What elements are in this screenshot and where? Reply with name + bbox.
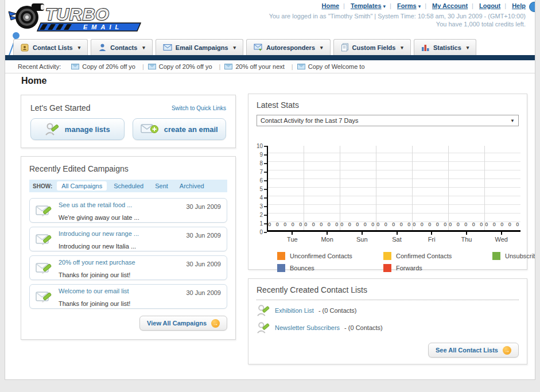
chevron-down-icon: ▾ — [418, 3, 421, 9]
campaigns-title: Recently Edited Campaigns — [29, 164, 129, 173]
autoresponders-icon — [254, 44, 263, 52]
campaign-filter-bar: SHOW: All Campaigns Scheduled Sent Archi… — [29, 180, 227, 192]
contact-list-item[interactable]: Exhibition List - (0 Contacts) — [257, 304, 519, 317]
zero-value-labels: 0 0 0 0 0 — [340, 222, 376, 227]
envelope-icon — [224, 64, 232, 69]
contact-lists-title: Recently Created Contact Lists — [257, 285, 367, 294]
x-axis-tick-label: Fri — [414, 232, 449, 243]
contact-activity-chart: 109876543210 0 0 0 0 00 0 0 0 00 0 0 0 0… — [257, 146, 519, 232]
view-all-campaigns-button[interactable]: View All Campaigns → — [139, 316, 227, 331]
legend-item-forwards: Forwards — [383, 264, 492, 272]
tab-label: Email Campaigns — [176, 44, 228, 51]
latest-stats-panel: Latest Stats Contact Activity for the La… — [248, 94, 527, 270]
campaign-title-link[interactable]: Introducing our new range ... — [59, 230, 139, 237]
top-nav-my-account[interactable]: My Account — [432, 2, 468, 9]
filter-all-campaigns[interactable]: All Campaigns — [57, 181, 107, 191]
tab-label: Contact Lists — [33, 44, 73, 51]
top-nav-logout[interactable]: Logout — [479, 2, 500, 9]
tab-contact-lists[interactable]: Contact Lists ▾ — [13, 39, 88, 55]
zero-value-labels: 0 0 0 0 0 — [376, 222, 412, 227]
chart-day-column: 0 0 0 0 0 — [412, 146, 448, 230]
contact-list-link[interactable]: Exhibition List — [275, 307, 314, 314]
x-axis-tick-label: Thu — [449, 232, 484, 243]
arrow-right-icon: → — [503, 346, 511, 355]
legend-label: Unconfirmed Contacts — [290, 253, 352, 259]
tab-label: Statistics — [433, 44, 461, 51]
switch-to-quick-links[interactable]: Switch to Quick Links — [172, 105, 226, 111]
campaign-row[interactable]: Welcome to our email listThanks for join… — [29, 284, 227, 309]
chevron-down-icon: ▾ — [320, 45, 323, 51]
tab-statistics[interactable]: Statistics ▾ — [414, 39, 476, 55]
top-nav-help[interactable]: Help — [512, 2, 526, 9]
top-nav-home[interactable]: Home — [322, 2, 340, 9]
tab-email-campaigns[interactable]: Email Campaigns ▾ — [156, 39, 243, 55]
campaign-title-link[interactable]: Welcome to our email list — [59, 288, 129, 294]
legend-swatch — [492, 252, 500, 260]
legend-label: Forwards — [396, 265, 422, 271]
x-axis-tick-label: Wed — [484, 232, 519, 243]
tab-custom-fields[interactable]: Custom Fields ▾ — [333, 39, 411, 55]
svg-text:EMAIL: EMAIL — [83, 24, 123, 30]
top-nav-templates[interactable]: Templates — [351, 2, 382, 9]
envelope-pencil-icon — [36, 261, 53, 275]
campaign-date: 30 Jun 2009 — [186, 261, 221, 267]
legend-swatch — [383, 264, 391, 272]
filter-sent[interactable]: Sent — [150, 181, 173, 191]
zero-value-labels: 0 0 0 0 0 — [268, 222, 304, 227]
stats-period-select[interactable]: Contact Activity for the Last 7 Days ▼ — [257, 115, 519, 126]
person-pencil-icon — [257, 304, 270, 317]
legend-item-bounces: Bounces — [277, 264, 383, 272]
create-email-button[interactable]: create an email — [133, 118, 227, 140]
campaign-list: See us at the retail food ...We're givin… — [29, 198, 227, 309]
chart-day-column: 0 0 0 0 0 — [448, 146, 484, 230]
campaign-row[interactable]: Introducing our new range ...Introducing… — [29, 227, 227, 251]
chart-x-axis: TueMonSunSatFriThuWed — [275, 232, 519, 243]
campaign-row[interactable]: See us at the retail food ...We're givin… — [29, 198, 227, 223]
see-all-contact-lists-button[interactable]: See All Contact Lists → — [428, 343, 519, 358]
campaign-title-link[interactable]: See us at the retail food ... — [59, 201, 132, 208]
chart-day-column: 0 0 0 0 0 — [268, 146, 304, 230]
chevron-down-icon: ▾ — [78, 45, 81, 51]
zero-value-labels: 0 0 0 0 0 — [449, 222, 484, 227]
recent-activity-item[interactable]: 20% off your next — [224, 63, 297, 70]
campaign-row[interactable]: 20% off your next purchaseThanks for joi… — [29, 255, 227, 280]
contact-lists-icon — [21, 43, 29, 52]
x-axis-tick-label: Mon — [310, 232, 345, 243]
top-nav-forms[interactable]: Forms — [397, 2, 417, 9]
recent-activity-item[interactable]: Copy of 20% off yo — [71, 63, 148, 70]
view-all-campaigns-label: View All Campaigns — [147, 320, 207, 327]
contact-list-count: - (0 Contacts) — [318, 307, 357, 314]
svg-text:TURBO: TURBO — [45, 5, 110, 24]
turbo-email-logo-graphic: TURBO EMAIL — [7, 1, 145, 33]
recent-activity-item[interactable]: Copy of 20% off yo — [148, 63, 225, 70]
tab-contacts[interactable]: Contacts ▾ — [91, 39, 153, 55]
legend-item-unconfirmed: Unconfirmed Contacts — [277, 252, 383, 260]
contact-list-link[interactable]: Newsletter Subscribers — [275, 324, 340, 331]
manage-lists-button[interactable]: manage lists — [30, 118, 125, 140]
manage-lists-label: manage lists — [65, 125, 110, 134]
filter-scheduled[interactable]: Scheduled — [109, 181, 148, 191]
help-bubble-icon[interactable] — [529, 2, 535, 12]
person-pencil-icon — [257, 321, 270, 335]
login-info: You are logged in as "Timothy Smith" | S… — [269, 13, 526, 20]
envelope-pencil-icon — [36, 290, 53, 304]
envelope-pencil-icon — [36, 204, 53, 218]
chevron-down-icon: ▼ — [510, 118, 515, 123]
recent-activity-item[interactable]: Copy of Welcome to — [297, 63, 365, 70]
campaign-subtitle: Thanks for joining our list! — [59, 271, 130, 278]
zero-value-labels: 0 0 0 0 0 — [413, 222, 448, 227]
contact-list-item[interactable]: Newsletter Subscribers - (0 Contacts) — [257, 321, 519, 335]
campaign-title-link[interactable]: 20% off your next purchase — [59, 259, 135, 266]
chart-legend: Unconfirmed Contacts Confirmed Contacts … — [277, 252, 519, 272]
tab-autoresponders[interactable]: Autoresponders ▾ — [246, 39, 331, 55]
latest-stats-title: Latest Stats — [257, 100, 299, 110]
legend-swatch — [383, 252, 391, 260]
campaign-subtitle: Thanks for joining our list! — [59, 300, 130, 307]
chart-day-column: 0 0 0 0 0 — [484, 146, 520, 230]
credits-info: You have 1,000 total credits left. — [436, 21, 526, 28]
envelope-plus-icon — [141, 123, 159, 135]
contact-lists-panel: Recently Created Contact Lists Exhibitio… — [248, 278, 527, 364]
recent-activity-label: Recent Activity: — [18, 63, 61, 70]
filter-archived[interactable]: Archived — [175, 181, 209, 191]
x-axis-tick-label: Tue — [275, 232, 310, 243]
